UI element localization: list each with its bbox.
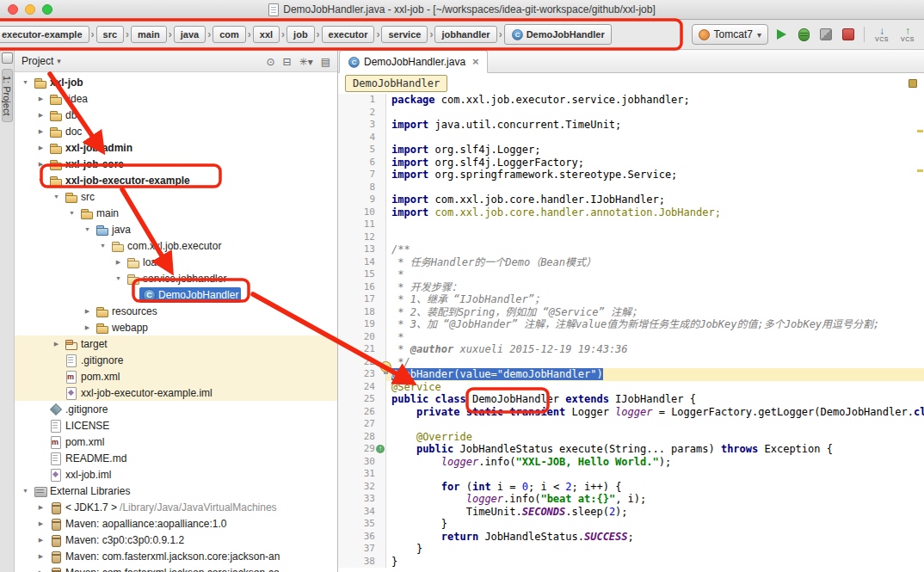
- tab-demojobhandler-java[interactable]: DemoJobHandler.java ×: [339, 50, 488, 73]
- code-line-content[interactable]: /**: [386, 243, 924, 256]
- override-marker-icon[interactable]: ↑: [376, 445, 385, 453]
- expand-arrow-icon[interactable]: ▶: [35, 128, 46, 135]
- code-line-content[interactable]: package com.xxl.job.executor.service.job…: [386, 94, 924, 107]
- tree-item-gitignore[interactable]: .gitignore: [15, 352, 337, 368]
- tree-item-doc[interactable]: ▶doc: [15, 123, 337, 139]
- code-line-content[interactable]: import com.xxl.job.core.handler.annotati…: [386, 206, 924, 219]
- tree-item-pom-xml[interactable]: pom.xml: [15, 368, 337, 384]
- expand-arrow-icon[interactable]: ▼: [51, 194, 62, 200]
- breadcrumb-item-com[interactable]: com: [213, 26, 246, 43]
- tree-item-service-jobhandler[interactable]: ▼service.jobhandler: [15, 270, 337, 286]
- tree-item-xxl-job-iml[interactable]: xxl-job.iml: [15, 466, 337, 483]
- expand-arrow-icon[interactable]: ▶: [35, 569, 46, 572]
- tree-item-resources[interactable]: ▶resources: [15, 303, 337, 319]
- code-line-content[interactable]: [386, 468, 924, 481]
- expand-arrow-icon[interactable]: ▼: [82, 226, 93, 232]
- debug-button[interactable]: [794, 25, 813, 44]
- breadcrumb-item-xxl[interactable]: xxl: [253, 26, 280, 43]
- code-line-content[interactable]: }: [386, 518, 924, 531]
- chevron-down-icon[interactable]: ▾: [57, 57, 61, 65]
- code-line-content[interactable]: import java.util.concurrent.TimeUnit;: [386, 119, 924, 132]
- tree-item-com-xxl-job-executor[interactable]: ▼com.xxl.job.executor: [15, 237, 337, 254]
- tree-item-main[interactable]: ▼main: [15, 205, 337, 221]
- tree-item-maven-c3p0-c3p0-0-9-1-2[interactable]: ▶Maven: c3p0:c3p0:0.9.1.2: [15, 532, 337, 548]
- settings-gear-icon[interactable]: ✳▾: [299, 56, 313, 68]
- expand-arrow-icon[interactable]: ▼: [113, 275, 124, 281]
- code-line-content[interactable]: * @author xuxueli 2015-12-19 19:43:36: [386, 343, 924, 356]
- code-line-content[interactable]: [386, 418, 924, 431]
- expand-arrow-icon[interactable]: ▶: [82, 324, 93, 331]
- expand-arrow-icon[interactable]: ▶: [82, 308, 93, 315]
- zoom-window-button[interactable]: [42, 4, 52, 15]
- tree-item-demojobhandler[interactable]: DemoJobHandler: [15, 286, 337, 303]
- code-line-content[interactable]: for (int i = 0; i < 2; i++) {: [386, 481, 924, 494]
- code-line-content[interactable]: * 开发步骤：: [386, 281, 924, 294]
- expand-arrow-icon[interactable]: ▶: [35, 553, 46, 560]
- tree-item-idea[interactable]: ▶.idea: [15, 90, 337, 107]
- breadcrumb-item-src[interactable]: src: [96, 26, 125, 43]
- expand-arrow-icon[interactable]: ▼: [20, 79, 31, 85]
- code-line-content[interactable]: public JobHandleStatus execute(String...…: [386, 443, 924, 456]
- code-line-content[interactable]: *: [386, 268, 924, 281]
- close-tab-icon[interactable]: ×: [472, 55, 479, 68]
- locate-file-icon[interactable]: ⊙: [266, 56, 274, 68]
- expand-arrow-icon[interactable]: ▶: [35, 504, 46, 511]
- code-line-content[interactable]: public class DemoJobHandler extends IJob…: [386, 393, 924, 406]
- code-line-content[interactable]: import com.xxl.job.core.handler.IJobHand…: [386, 194, 924, 206]
- expand-arrow-icon[interactable]: ▼: [97, 243, 108, 249]
- code-line-content[interactable]: *: [386, 331, 924, 344]
- code-line-content[interactable]: [386, 218, 924, 231]
- expand-arrow-icon[interactable]: ▶: [113, 259, 124, 266]
- code-line-content[interactable]: [386, 107, 924, 120]
- expand-arrow-icon[interactable]: ▶: [51, 341, 62, 348]
- code-line-content[interactable]: }: [386, 556, 924, 569]
- tree-item-xxl-job-core[interactable]: ▶xxl-job-core: [15, 156, 337, 172]
- expand-arrow-icon[interactable]: ▼: [66, 210, 77, 216]
- code-line-content[interactable]: * 1、继承 “IJobHandler”；: [386, 293, 924, 306]
- tree-item-webapp[interactable]: ▶webapp: [15, 319, 337, 335]
- vcs-update-button[interactable]: ↓ VCS: [871, 25, 893, 44]
- tree-item-maven-com-fasterxml-jackson-core-jackson-co[interactable]: ▶Maven: com.fasterxml.jackson.core:jacks…: [15, 564, 337, 572]
- breadcrumb-item-service[interactable]: service: [381, 26, 428, 43]
- code-line-content[interactable]: import org.springframework.stereotype.Se…: [386, 169, 924, 181]
- code-line-content[interactable]: import org.slf4j.LoggerFactory;: [386, 157, 924, 169]
- code-line-content[interactable]: @JobHander(value="demoJobHandler"): [386, 368, 924, 381]
- tree-item-src[interactable]: ▼src: [15, 188, 337, 205]
- code-line-content[interactable]: * 2、装配到Spring，例如加 “@Service” 注解；: [386, 306, 924, 319]
- warning-stripe-mark[interactable]: [917, 169, 923, 172]
- code-line-content[interactable]: * 3、加 “@JobHander” 注解，注解value值为新增任务生成的Jo…: [386, 318, 924, 331]
- code-line-content[interactable]: @Override: [386, 431, 924, 444]
- expand-arrow-icon[interactable]: ▶: [35, 95, 46, 102]
- tree-item-pom-xml[interactable]: pom.xml: [15, 434, 337, 450]
- hide-panel-icon[interactable]: ▤: [321, 56, 330, 68]
- expand-arrow-icon[interactable]: ▶: [35, 145, 46, 151]
- breadcrumb-item-demojobhandler[interactable]: DemoJobHandler: [504, 24, 612, 45]
- tool-windows-icon[interactable]: [2, 52, 13, 64]
- tree-item-maven-com-fasterxml-jackson-core-jackson-an[interactable]: ▶Maven: com.fasterxml.jackson.core:jacks…: [15, 548, 337, 564]
- breadcrumb-item-executor[interactable]: executor: [322, 26, 375, 43]
- vcs-commit-button[interactable]: ↑ VCS: [896, 25, 919, 44]
- code-line-content[interactable]: }: [386, 543, 924, 556]
- tree-item-license[interactable]: LICENSE: [15, 417, 337, 434]
- code-line-content[interactable]: [386, 181, 924, 194]
- code-line-content[interactable]: TimeUnit.SECONDS.sleep(2);: [386, 506, 924, 519]
- breadcrumb-item-java[interactable]: java: [174, 26, 206, 43]
- project-tool-window-button[interactable]: 1: Project: [2, 69, 13, 122]
- code-line-content[interactable]: @Service: [386, 381, 924, 394]
- coverage-button[interactable]: [816, 25, 835, 44]
- tree-item-jdk1-7[interactable]: ▶< JDK1.7 > /Library/Java/JavaVirtualMac…: [15, 499, 337, 515]
- tree-item-external-libraries[interactable]: ▼External Libraries: [15, 483, 337, 499]
- tree-item-xxl-job-executor-example[interactable]: ▼xxl-job-executor-example: [15, 172, 337, 188]
- tree-item-xxl-job[interactable]: ▼xxl-job: [15, 74, 337, 90]
- warning-stripe-mark[interactable]: [917, 130, 923, 132]
- tree-item-xxl-job-executor-example-iml[interactable]: xxl-job-executor-example.iml: [15, 384, 337, 401]
- breadcrumb-item-executor-example[interactable]: executor-example: [0, 26, 89, 43]
- run-configuration-select[interactable]: Tomcat7 ▾: [692, 24, 768, 45]
- code-line-content[interactable]: import org.slf4j.Logger;: [386, 144, 924, 157]
- editor-breadcrumb-chip[interactable]: DemoJobHandler: [345, 75, 447, 92]
- code-area[interactable]: 1package com.xxl.job.executor.service.jo…: [338, 94, 924, 572]
- tree-item-java[interactable]: ▼java: [15, 221, 337, 237]
- tree-item-xxl-job-admin[interactable]: ▶xxl-job-admin: [15, 139, 337, 156]
- minimize-window-button[interactable]: [25, 4, 35, 15]
- close-window-button[interactable]: [8, 4, 18, 15]
